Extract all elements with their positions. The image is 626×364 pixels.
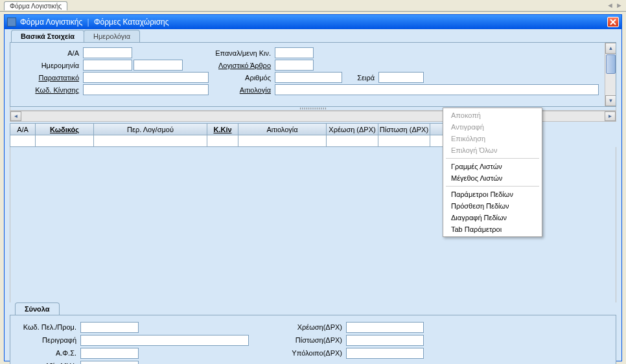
aa-label: Α/Α bbox=[17, 49, 83, 57]
credit-label: Πίστωση(ΔΡΧ) bbox=[288, 336, 346, 344]
menu-paste: Επικόληση bbox=[443, 133, 542, 144]
myf-input[interactable] bbox=[80, 361, 139, 365]
close-icon bbox=[610, 19, 616, 25]
title-bar: Φόρμα Λογιστικής | Φόρμες Καταχώρισης bbox=[5, 15, 621, 29]
col-credit[interactable]: Πίστωση (ΔΡΧ) bbox=[378, 123, 430, 135]
tab-journal[interactable]: Ημερολόγια bbox=[84, 30, 140, 42]
totals-panel: Κωδ. Πελ./Προμ. Περιγραφή Α.Φ.Σ. Αξία ΜΥ… bbox=[10, 315, 616, 364]
top-tab-bar: Φόρμα Λογιστικής ◄ ► bbox=[0, 0, 626, 12]
basic-info-panel: Α/Α Επαναλ/μενη Κιν. Ημερομηνία Λογιστικ… bbox=[10, 42, 616, 107]
number-label: Αριθμός bbox=[210, 74, 275, 82]
menu-separator bbox=[446, 186, 539, 187]
menu-add-fields[interactable]: Πρόσθεση Πεδίων bbox=[443, 200, 542, 212]
afm-label: Α.Φ.Σ. bbox=[16, 349, 80, 357]
bottom-tab-strip: Σύνολα bbox=[10, 302, 616, 315]
debit-label: Χρέωση(ΔΡΧ) bbox=[288, 323, 346, 331]
number-input[interactable] bbox=[275, 72, 342, 83]
custcode-label: Κωδ. Πελ./Προμ. bbox=[16, 323, 80, 331]
col-code[interactable]: Κωδικός bbox=[36, 123, 94, 135]
col-aa[interactable]: Α/Α bbox=[10, 123, 36, 135]
balance-input[interactable] bbox=[346, 348, 424, 359]
debit-input[interactable] bbox=[346, 322, 424, 333]
repeat-input[interactable] bbox=[275, 47, 314, 58]
date-input-2[interactable] bbox=[133, 60, 183, 71]
menu-copy: Αντιγραφή bbox=[443, 121, 542, 133]
scroll-down-icon[interactable]: ▼ bbox=[605, 95, 616, 106]
descr-label: Περιγραφή bbox=[16, 336, 80, 344]
col-reason[interactable]: Αιτιολογία bbox=[238, 123, 327, 135]
next-tab-icon[interactable]: ► bbox=[616, 1, 622, 8]
movecode-input[interactable] bbox=[83, 84, 209, 95]
date-label: Ημερομηνία bbox=[17, 62, 83, 69]
date-input-1[interactable] bbox=[83, 60, 132, 71]
menu-separator bbox=[446, 158, 539, 159]
tab-totals[interactable]: Σύνολα bbox=[15, 302, 60, 315]
doc-input[interactable] bbox=[83, 72, 209, 83]
repeat-label: Επαναλ/μενη Κιν. bbox=[210, 49, 275, 57]
col-kkin[interactable]: Κ.Κίν bbox=[207, 123, 238, 135]
menu-list-size[interactable]: Μέγεθος Λιστών bbox=[443, 172, 542, 184]
menu-del-fields[interactable]: Διαγραφή Πεδίων bbox=[443, 212, 542, 223]
aa-input[interactable] bbox=[83, 47, 132, 58]
scroll-left-icon[interactable]: ◄ bbox=[10, 111, 21, 121]
credit-input[interactable] bbox=[346, 335, 424, 346]
tab-basic[interactable]: Βασικά Στοιχεία bbox=[11, 30, 84, 42]
scroll-up-icon[interactable]: ▲ bbox=[605, 43, 616, 54]
main-window: Φόρμα Λογιστικής | Φόρμες Καταχώρισης Βα… bbox=[4, 14, 622, 361]
close-button[interactable] bbox=[607, 17, 619, 27]
custcode-input[interactable] bbox=[80, 322, 139, 333]
prev-tab-icon[interactable]: ◄ bbox=[607, 1, 613, 8]
doc-label[interactable]: Παραστατικό bbox=[17, 74, 83, 82]
menu-select-all: Επιλογή Όλων bbox=[443, 144, 542, 156]
context-menu: Αποκοπή Αντιγραφή Επικόληση Επιλογή Όλων… bbox=[443, 108, 542, 237]
article-label[interactable]: Λογιστικό Άρθρο bbox=[210, 62, 275, 69]
afm-input[interactable] bbox=[80, 348, 139, 359]
menu-list-rows[interactable]: Γραμμές Λιστών bbox=[443, 161, 542, 172]
scroll-right-icon[interactable]: ► bbox=[605, 111, 616, 121]
title-separator: | bbox=[87, 17, 89, 27]
col-debit[interactable]: Χρέωση (ΔΡΧ) bbox=[327, 123, 378, 135]
menu-tab-params[interactable]: Tab Παράμετροι bbox=[443, 223, 542, 235]
series-input[interactable] bbox=[378, 72, 424, 83]
article-input[interactable] bbox=[275, 60, 314, 71]
panel-scrollbar[interactable]: ▲ ▼ bbox=[605, 43, 616, 106]
title-part-2: Φόρμες Καταχώρισης bbox=[94, 17, 168, 27]
reason-label[interactable]: Αιτιολογία bbox=[210, 86, 275, 94]
reason-input[interactable] bbox=[275, 84, 599, 95]
series-label: Σειρά bbox=[342, 74, 378, 82]
descr-input[interactable] bbox=[80, 335, 249, 346]
balance-label: Υπόλοιπο(ΔΡΧ) bbox=[288, 349, 346, 357]
title-part-1: Φόρμα Λογιστικής bbox=[20, 17, 82, 27]
col-descr[interactable]: Περ. Λογ/σμού bbox=[94, 123, 207, 135]
window-title: Φόρμα Λογιστικής | Φόρμες Καταχώρισης bbox=[20, 17, 607, 27]
scroll-thumb[interactable] bbox=[606, 54, 616, 74]
app-icon bbox=[7, 17, 16, 27]
document-tab[interactable]: Φόρμα Λογιστικής bbox=[4, 1, 67, 10]
movecode-label[interactable]: Κωδ. Κίνησης bbox=[17, 86, 83, 94]
menu-field-params[interactable]: Παράμετροι Πεδίων bbox=[443, 188, 542, 200]
tab-strip: Βασικά Στοιχεία Ημερολόγια bbox=[5, 29, 621, 42]
menu-cut: Αποκοπή bbox=[443, 109, 542, 121]
